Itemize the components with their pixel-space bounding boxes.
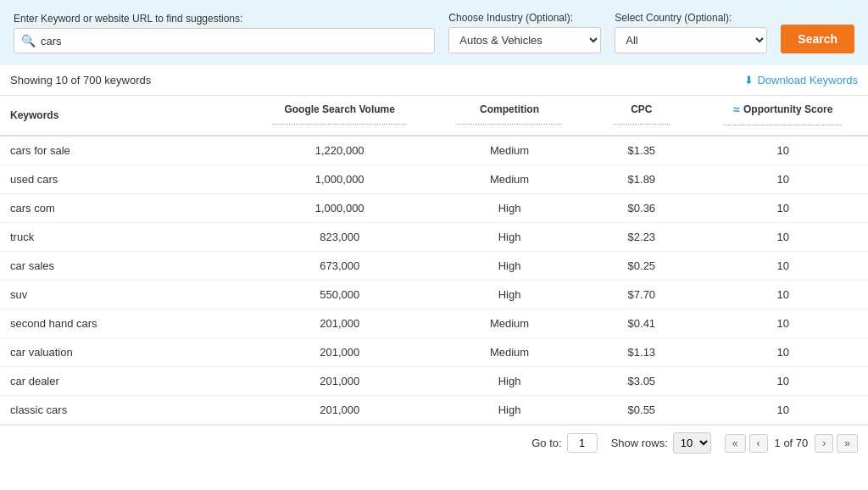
industry-label: Choose Industry (Optional): bbox=[448, 12, 601, 24]
cell-opportunity: 10 bbox=[698, 165, 868, 194]
last-page-button[interactable]: » bbox=[837, 434, 858, 453]
cell-cpc: $0.36 bbox=[585, 194, 698, 223]
cell-volume: 201,000 bbox=[245, 309, 434, 338]
table-row: classic cars 201,000 High $0.55 10 bbox=[0, 396, 868, 425]
cell-volume: 1,000,000 bbox=[245, 165, 434, 194]
table-row: car sales 673,000 High $0.25 10 bbox=[0, 252, 868, 281]
col-header-cpc: CPC bbox=[585, 96, 698, 136]
table-row: truck 823,000 High $2.23 10 bbox=[0, 223, 868, 252]
cell-keyword: second hand cars bbox=[0, 309, 245, 338]
country-select[interactable]: All United States United Kingdom Canada … bbox=[615, 27, 767, 53]
cell-competition: Medium bbox=[434, 338, 585, 367]
cell-keyword: car dealer bbox=[0, 367, 245, 396]
col-header-volume: Google Search Volume bbox=[245, 96, 434, 136]
search-bar: Enter Keyword or website URL to find sug… bbox=[0, 0, 868, 65]
first-page-button[interactable]: « bbox=[725, 434, 746, 453]
table-row: second hand cars 201,000 Medium $0.41 10 bbox=[0, 309, 868, 338]
download-keywords-link[interactable]: ⬇ Download Keywords bbox=[744, 74, 858, 86]
cell-cpc: $3.05 bbox=[585, 367, 698, 396]
cell-cpc: $7.70 bbox=[585, 281, 698, 309]
cell-keyword: suv bbox=[0, 281, 245, 309]
volume-dotted bbox=[272, 124, 407, 125]
goto-input[interactable] bbox=[567, 433, 598, 453]
show-rows-select[interactable]: 5 10 25 50 bbox=[673, 432, 711, 454]
cell-opportunity: 10 bbox=[698, 367, 868, 396]
search-icon: 🔍 bbox=[21, 34, 36, 47]
keyword-label: Enter Keyword or website URL to find sug… bbox=[14, 13, 435, 25]
cell-keyword: car valuation bbox=[0, 338, 245, 367]
table-header: Keywords Google Search Volume Competitio… bbox=[0, 96, 868, 136]
table-row: cars for sale 1,220,000 Medium $1.35 10 bbox=[0, 136, 868, 165]
cell-cpc: $0.55 bbox=[585, 396, 698, 425]
cell-competition: Medium bbox=[434, 136, 585, 165]
cell-keyword: cars com bbox=[0, 194, 245, 223]
keyword-field-group: Enter Keyword or website URL to find sug… bbox=[14, 13, 435, 53]
opportunity-icon: ≈ bbox=[733, 103, 740, 116]
toolbar: Showing 10 of 700 keywords ⬇ Download Ke… bbox=[0, 65, 868, 96]
table-body: cars for sale 1,220,000 Medium $1.35 10 … bbox=[0, 136, 868, 425]
cell-cpc: $1.89 bbox=[585, 165, 698, 194]
table-row: used cars 1,000,000 Medium $1.89 10 bbox=[0, 165, 868, 194]
search-button[interactable]: Search bbox=[781, 25, 854, 53]
cell-competition: High bbox=[434, 194, 585, 223]
cell-cpc: $1.35 bbox=[585, 136, 698, 165]
search-input[interactable] bbox=[41, 35, 427, 47]
showing-count: Showing 10 of 700 keywords bbox=[10, 74, 151, 86]
download-label: Download Keywords bbox=[757, 74, 858, 86]
cell-volume: 823,000 bbox=[245, 223, 434, 252]
page-info: 1 of 70 bbox=[771, 437, 812, 449]
goto-label: Go to: bbox=[531, 437, 561, 449]
cell-keyword: cars for sale bbox=[0, 136, 245, 165]
table-row: car valuation 201,000 Medium $1.13 10 bbox=[0, 338, 868, 367]
cell-competition: High bbox=[434, 396, 585, 425]
table-row: suv 550,000 High $7.70 10 bbox=[0, 281, 868, 309]
industry-group: Choose Industry (Optional): Autos & Vehi… bbox=[448, 12, 601, 53]
cell-keyword: truck bbox=[0, 223, 245, 252]
keywords-table: Keywords Google Search Volume Competitio… bbox=[0, 96, 868, 425]
cell-cpc: $0.41 bbox=[585, 309, 698, 338]
competition-dotted bbox=[457, 124, 561, 125]
cell-competition: Medium bbox=[434, 309, 585, 338]
cell-opportunity: 10 bbox=[698, 194, 868, 223]
cell-cpc: $2.23 bbox=[585, 223, 698, 252]
col-header-opportunity: ≈ Opportunity Score bbox=[698, 96, 868, 136]
col-header-keyword: Keywords bbox=[0, 96, 245, 136]
opp-dotted bbox=[723, 125, 843, 125]
cell-competition: High bbox=[434, 252, 585, 281]
next-page-button[interactable]: › bbox=[815, 434, 833, 453]
table-row: car dealer 201,000 High $3.05 10 bbox=[0, 367, 868, 396]
prev-page-button[interactable]: ‹ bbox=[749, 434, 768, 453]
cell-competition: Medium bbox=[434, 165, 585, 194]
pagination-nav: « ‹ 1 of 70 › » bbox=[725, 434, 858, 453]
cell-cpc: $1.13 bbox=[585, 338, 698, 367]
cell-opportunity: 10 bbox=[698, 281, 868, 309]
cell-opportunity: 10 bbox=[698, 223, 868, 252]
cell-competition: High bbox=[434, 281, 585, 309]
download-icon: ⬇ bbox=[744, 74, 754, 86]
cpc-dotted bbox=[614, 124, 670, 125]
cell-volume: 1,220,000 bbox=[245, 136, 434, 165]
cell-cpc: $0.25 bbox=[585, 252, 698, 281]
cell-competition: High bbox=[434, 223, 585, 252]
cell-volume: 1,000,000 bbox=[245, 194, 434, 223]
cell-volume: 201,000 bbox=[245, 396, 434, 425]
table-row: cars com 1,000,000 High $0.36 10 bbox=[0, 194, 868, 223]
cell-volume: 201,000 bbox=[245, 338, 434, 367]
cell-volume: 673,000 bbox=[245, 252, 434, 281]
cell-keyword: car sales bbox=[0, 252, 245, 281]
cell-volume: 550,000 bbox=[245, 281, 434, 309]
country-group: Select Country (Optional): All United St… bbox=[615, 12, 767, 53]
show-rows-label: Show rows: bbox=[611, 437, 668, 449]
cell-keyword: classic cars bbox=[0, 396, 245, 425]
goto-wrap: Go to: bbox=[531, 433, 597, 453]
search-input-wrap: 🔍 bbox=[14, 28, 435, 53]
cell-opportunity: 10 bbox=[698, 309, 868, 338]
industry-select[interactable]: Autos & Vehicles All Industries Business… bbox=[448, 27, 601, 53]
cell-opportunity: 10 bbox=[698, 396, 868, 425]
cell-opportunity: 10 bbox=[698, 136, 868, 165]
cell-opportunity: 10 bbox=[698, 338, 868, 367]
country-label: Select Country (Optional): bbox=[615, 12, 767, 24]
cell-competition: High bbox=[434, 367, 585, 396]
cell-volume: 201,000 bbox=[245, 367, 434, 396]
col-header-competition: Competition bbox=[434, 96, 585, 136]
